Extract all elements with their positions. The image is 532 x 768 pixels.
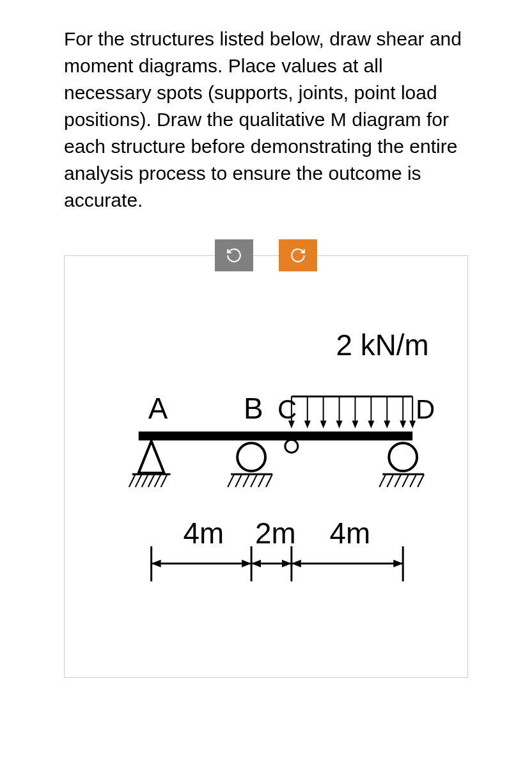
support-A <box>129 441 171 487</box>
point-B-label: B <box>244 392 263 425</box>
svg-line-38 <box>387 474 393 487</box>
span1-label: 4m <box>183 517 224 550</box>
svg-marker-52 <box>292 560 301 568</box>
svg-line-31 <box>243 474 249 487</box>
svg-point-27 <box>237 443 265 471</box>
point-C-label: C <box>278 394 297 424</box>
svg-line-41 <box>410 474 416 487</box>
support-D <box>379 443 424 487</box>
svg-line-23 <box>142 474 148 487</box>
point-D-label: D <box>416 394 435 424</box>
svg-marker-13 <box>336 420 343 428</box>
beam <box>139 431 412 440</box>
svg-marker-49 <box>242 560 251 568</box>
svg-marker-17 <box>400 420 406 428</box>
dimension-line <box>152 547 403 582</box>
svg-marker-12 <box>320 420 327 428</box>
redo-icon <box>290 247 306 264</box>
svg-marker-16 <box>384 420 390 428</box>
redo-button[interactable] <box>279 239 317 271</box>
svg-line-26 <box>161 474 168 487</box>
svg-line-32 <box>251 474 257 487</box>
svg-marker-51 <box>282 560 292 568</box>
svg-line-22 <box>136 474 142 487</box>
point-A-label: A <box>148 392 168 425</box>
beam-diagram: 2 kN/m A B C D <box>84 307 448 652</box>
svg-marker-53 <box>393 560 403 568</box>
svg-line-21 <box>129 474 136 487</box>
svg-line-30 <box>235 474 242 487</box>
span2-label: 2m <box>255 517 296 550</box>
undo-icon <box>226 247 242 264</box>
svg-line-42 <box>418 474 424 487</box>
svg-marker-50 <box>251 560 261 568</box>
svg-line-39 <box>395 474 401 487</box>
span3-label: 4m <box>330 517 371 550</box>
svg-marker-19 <box>139 441 164 473</box>
hinge-C <box>285 440 298 452</box>
undo-button[interactable] <box>215 239 253 271</box>
load-label: 2 kN/m <box>336 329 429 362</box>
svg-marker-18 <box>409 420 416 428</box>
problem-statement: For the structures listed below, draw sh… <box>64 26 468 214</box>
svg-line-37 <box>379 474 386 487</box>
svg-line-24 <box>148 474 155 487</box>
svg-line-33 <box>258 474 265 487</box>
svg-line-29 <box>228 474 234 487</box>
svg-marker-15 <box>368 420 374 428</box>
svg-line-40 <box>402 474 409 487</box>
svg-line-34 <box>266 474 272 487</box>
diagram-container: 2 kN/m A B C D <box>64 255 468 678</box>
svg-marker-11 <box>304 420 311 428</box>
svg-line-25 <box>155 474 161 487</box>
support-B <box>228 443 272 487</box>
svg-point-35 <box>389 443 417 471</box>
button-row <box>64 239 468 271</box>
distributed-load <box>288 396 416 428</box>
svg-marker-14 <box>352 420 359 428</box>
svg-marker-48 <box>152 560 161 568</box>
